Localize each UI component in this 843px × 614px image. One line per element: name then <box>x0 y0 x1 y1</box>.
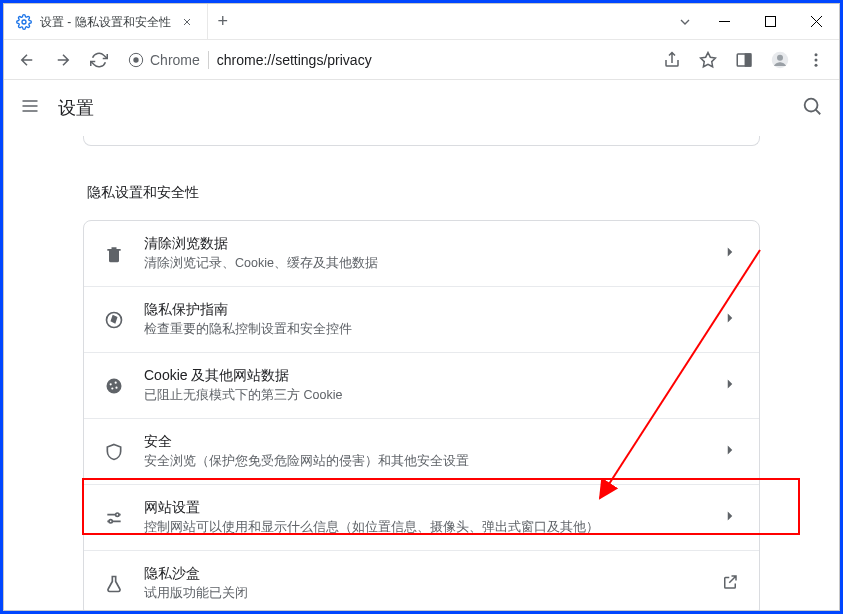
titlebar: 设置 - 隐私设置和安全性 + <box>4 4 839 40</box>
row-desc: 检查重要的隐私控制设置和安全控件 <box>144 321 701 338</box>
svg-rect-5 <box>746 54 751 66</box>
search-button[interactable] <box>801 95 823 121</box>
chevron-right-icon <box>721 309 739 331</box>
tab-title: 设置 - 隐私设置和安全性 <box>40 14 171 31</box>
divider <box>208 51 209 69</box>
browser-window: 设置 - 隐私设置和安全性 + Chrome chrome://settings… <box>3 3 840 611</box>
row-desc: 试用版功能已关闭 <box>144 585 701 602</box>
tab-search-button[interactable] <box>669 4 701 39</box>
trash-icon <box>104 244 124 264</box>
row-security[interactable]: 安全 安全浏览（保护您免受危险网站的侵害）和其他安全设置 <box>84 418 759 484</box>
chevron-right-icon <box>721 375 739 397</box>
settings-header: 设置 <box>4 80 839 136</box>
menu-button[interactable] <box>801 45 831 75</box>
sliders-icon <box>104 508 124 528</box>
svg-point-19 <box>109 519 112 522</box>
svg-point-3 <box>133 57 138 62</box>
svg-point-18 <box>116 513 119 516</box>
site-info-chip[interactable]: Chrome <box>128 52 200 68</box>
forward-button[interactable] <box>48 45 78 75</box>
chrome-label: Chrome <box>150 52 200 68</box>
row-desc: 安全浏览（保护您免受危险网站的侵害）和其他安全设置 <box>144 453 701 470</box>
svg-point-15 <box>115 381 117 383</box>
maximize-button[interactable] <box>747 4 793 40</box>
bookmark-button[interactable] <box>693 45 723 75</box>
svg-point-8 <box>815 53 818 56</box>
close-tab-button[interactable] <box>179 14 195 30</box>
row-desc: 控制网站可以使用和显示什么信息（如位置信息、摄像头、弹出式窗口及其他） <box>144 519 701 536</box>
address-bar[interactable]: Chrome chrome://settings/privacy <box>120 45 651 75</box>
svg-point-10 <box>815 63 818 66</box>
svg-point-0 <box>22 20 26 24</box>
row-desc: 已阻止无痕模式下的第三方 Cookie <box>144 387 701 404</box>
svg-point-13 <box>107 378 122 393</box>
back-button[interactable] <box>12 45 42 75</box>
row-privacy-sandbox[interactable]: 隐私沙盒 试用版功能已关闭 <box>84 550 759 610</box>
minimize-button[interactable] <box>701 4 747 40</box>
row-site-settings[interactable]: 网站设置 控制网站可以使用和显示什么信息（如位置信息、摄像头、弹出式窗口及其他） <box>84 484 759 550</box>
chevron-right-icon <box>721 441 739 463</box>
hamburger-menu-button[interactable] <box>20 96 40 120</box>
flask-icon <box>104 574 124 594</box>
gear-icon <box>16 14 32 30</box>
row-title: 隐私保护指南 <box>144 301 701 319</box>
row-privacy-guide[interactable]: 隐私保护指南 检查重要的隐私控制设置和安全控件 <box>84 286 759 352</box>
close-window-button[interactable] <box>793 4 839 40</box>
svg-point-11 <box>805 99 818 112</box>
row-clear-data[interactable]: 清除浏览数据 清除浏览记录、Cookie、缓存及其他数据 <box>84 221 759 286</box>
row-desc: 清除浏览记录、Cookie、缓存及其他数据 <box>144 255 701 272</box>
svg-point-16 <box>115 386 117 388</box>
chevron-right-icon <box>721 243 739 265</box>
svg-point-14 <box>110 383 112 385</box>
svg-point-7 <box>777 54 783 60</box>
svg-rect-1 <box>765 17 775 27</box>
external-link-icon <box>721 573 739 595</box>
row-title: 清除浏览数据 <box>144 235 701 253</box>
browser-tab-active[interactable]: 设置 - 隐私设置和安全性 <box>4 4 208 40</box>
side-panel-button[interactable] <box>729 45 759 75</box>
url-text: chrome://settings/privacy <box>217 52 372 68</box>
previous-card-edge <box>83 136 760 146</box>
shield-icon <box>104 442 124 462</box>
page-content: 设置 隐私设置和安全性 清除浏览数据 清除浏览记录、Cookie、缓存及其他数据 <box>4 80 839 610</box>
row-title: 网站设置 <box>144 499 701 517</box>
chevron-right-icon <box>721 507 739 529</box>
share-button[interactable] <box>657 45 687 75</box>
privacy-card: 清除浏览数据 清除浏览记录、Cookie、缓存及其他数据 隐私保护指南 检查重要… <box>83 220 760 610</box>
svg-point-9 <box>815 58 818 61</box>
row-title: 隐私沙盒 <box>144 565 701 583</box>
row-cookies[interactable]: Cookie 及其他网站数据 已阻止无痕模式下的第三方 Cookie <box>84 352 759 418</box>
new-tab-button[interactable]: + <box>208 4 238 39</box>
page-title: 设置 <box>58 96 94 120</box>
profile-button[interactable] <box>765 45 795 75</box>
section-title: 隐私设置和安全性 <box>79 184 764 220</box>
row-title: 安全 <box>144 433 701 451</box>
browser-toolbar: Chrome chrome://settings/privacy <box>4 40 839 80</box>
settings-body[interactable]: 隐私设置和安全性 清除浏览数据 清除浏览记录、Cookie、缓存及其他数据 <box>4 136 839 610</box>
svg-point-17 <box>111 387 113 389</box>
cookie-icon <box>104 376 124 396</box>
row-title: Cookie 及其他网站数据 <box>144 367 701 385</box>
window-controls <box>701 4 839 39</box>
reload-button[interactable] <box>84 45 114 75</box>
compass-icon <box>104 310 124 330</box>
